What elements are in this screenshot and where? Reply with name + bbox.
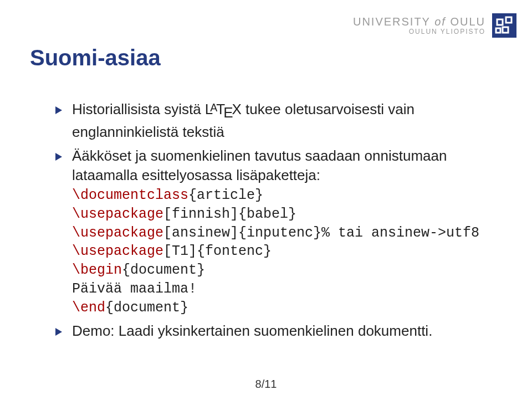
item-text: Historiallisista syistä <box>72 101 205 117</box>
university-text: UNIVERSITY of OULU OULUN YLIOPISTO <box>353 16 485 36</box>
latex-command: \end <box>72 300 105 316</box>
university-subtitle: OULUN YLIOPISTO <box>353 28 485 36</box>
uni-word: OULU <box>450 16 485 28</box>
uni-word: UNIVERSITY <box>353 16 431 28</box>
code-line: \begin{document} <box>72 261 493 280</box>
latex-arg: [finnish]{babel} <box>163 206 296 222</box>
code-line: Päivää maailma! <box>72 280 493 299</box>
latex-command: \begin <box>72 262 122 278</box>
latex-arg: [T1]{fontenc} <box>163 243 272 259</box>
university-name: UNIVERSITY of OULU <box>353 16 485 28</box>
item-text: Ääkköset ja suomenkielinen tavutus saada… <box>72 147 447 183</box>
code-line: \documentclass{article} <box>72 186 493 205</box>
latex-arg: {document} <box>122 262 205 278</box>
bullet-item: Historiallisista syistä LATEX tukee olet… <box>55 100 493 142</box>
university-logo-icon <box>492 13 516 38</box>
latex-command: \documentclass <box>72 187 188 203</box>
latex-command: \usepackage <box>72 243 163 259</box>
latex-arg: {article} <box>188 187 263 203</box>
code-text: Päivää maailma! <box>72 281 197 297</box>
code-line: \end{document} <box>72 299 493 317</box>
uni-of: of <box>434 16 446 28</box>
code-block: \documentclass{article} \usepackage[finn… <box>72 186 493 317</box>
latex-arg: [ansinew]{inputenc} <box>163 225 321 241</box>
latex-arg: {document} <box>105 300 188 316</box>
bullet-item: Ääkköset ja suomenkielinen tavutus saada… <box>55 146 493 317</box>
latex-logo: LATEX <box>205 101 242 117</box>
bullet-item: Demo: Laadi yksinkertainen suomenkieline… <box>55 321 493 341</box>
code-line: \usepackage[T1]{fontenc} <box>72 242 493 261</box>
latex-comment: % tai ansinew->utf8 <box>321 225 479 241</box>
latex-command: \usepackage <box>72 225 163 241</box>
university-header: UNIVERSITY of OULU OULUN YLIOPISTO <box>353 13 516 38</box>
slide-title: Suomi-asiaa <box>30 45 161 70</box>
slide-content: Historiallisista syistä LATEX tukee olet… <box>55 100 493 345</box>
item-text: Demo: Laadi yksinkertainen suomenkieline… <box>72 322 432 339</box>
code-line: \usepackage[finnish]{babel} <box>72 205 493 224</box>
page-number: 8/11 <box>0 378 532 391</box>
code-line: \usepackage[ansinew]{inputenc}% tai ansi… <box>72 224 493 243</box>
latex-command: \usepackage <box>72 206 163 222</box>
